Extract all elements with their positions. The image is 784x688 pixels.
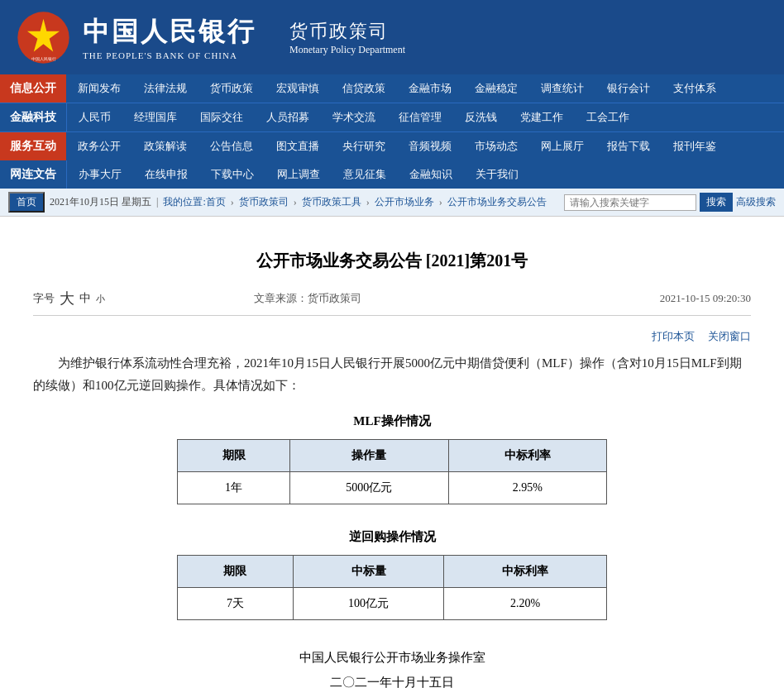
nav-jinrongsc[interactable]: 金融市场: [397, 74, 463, 103]
nav-yijian[interactable]: 意见征集: [332, 160, 398, 189]
nav-huobi[interactable]: 货币政策: [198, 74, 265, 103]
breadcrumb-current: 公开市场业务交易公告: [447, 195, 547, 209]
nav-gonghui[interactable]: 工会工作: [575, 103, 641, 131]
nav-zhengce[interactable]: 政策解读: [132, 132, 198, 160]
breadcrumb-arrow-3: ›: [366, 196, 370, 208]
nav-label-service: 金融科技: [0, 103, 67, 131]
nav-wangshang[interactable]: 网上展厅: [529, 132, 595, 160]
advanced-search-link[interactable]: 高级搜索: [736, 195, 776, 209]
repo-header-row: 期限 中标量 中标利率: [178, 556, 607, 588]
nav-renminbi[interactable]: 人民币: [67, 103, 122, 131]
dept-cn: 货币政策司: [289, 19, 405, 44]
mlf-zblr-val: 2.95%: [448, 472, 606, 504]
nav-zaixian[interactable]: 在线申报: [133, 160, 199, 189]
breadcrumb-date: 2021年10月15日 星期五: [50, 195, 151, 209]
mlf-czl-val: 5000亿元: [290, 472, 448, 504]
article-body: 为维护银行体系流动性合理充裕，2021年10月15日人民银行开展5000亿元中期…: [33, 352, 751, 397]
print-bar: 打印本页 关闭窗口: [33, 324, 751, 352]
article-source: 文章来源：货币政策司: [254, 291, 361, 306]
nav-zhengwu[interactable]: 政务公开: [66, 132, 132, 160]
nav-xueshu[interactable]: 学术交流: [321, 103, 387, 131]
nav-renyuan[interactable]: 人员招募: [255, 103, 321, 131]
nav-xiazai[interactable]: 下载中心: [199, 160, 265, 189]
nav-fanxi[interactable]: 反洗钱: [453, 103, 509, 131]
mlf-col-zblr: 中标利率: [448, 440, 606, 472]
header: 中国人民银行 中国人民银行 THE PEOPLE'S BANK OF CHINA…: [0, 0, 784, 74]
footer-date: 二〇二一年十月十五日: [33, 670, 751, 688]
font-size-ctrl: 字号 大 中 小: [33, 289, 105, 308]
nav-guoji[interactable]: 国际交往: [189, 103, 255, 131]
logo-cn-text: 中国人民银行: [83, 14, 256, 50]
logo: 中国人民银行 中国人民银行 THE PEOPLE'S BANK OF CHINA: [17, 11, 256, 64]
repo-col-zblr: 中标利率: [444, 556, 607, 588]
search-area: 搜索 高级搜索: [564, 193, 776, 212]
breadcrumb-arrow-1: ›: [231, 196, 234, 208]
home-button[interactable]: 首页: [8, 192, 45, 213]
nav-xindai[interactable]: 信贷政策: [331, 74, 397, 103]
mlf-section-title: MLF操作情况: [33, 413, 751, 429]
breadcrumb-arrow-2: ›: [294, 196, 297, 208]
nav-falv[interactable]: 法律法规: [132, 74, 198, 103]
repo-zblr-val: 2.20%: [444, 588, 607, 620]
bank-emblem-icon: 中国人民银行: [17, 11, 70, 64]
nav-shichang[interactable]: 市场动态: [463, 132, 529, 160]
font-label: 字号: [33, 291, 55, 306]
mlf-table: 期限 操作量 中标利率 1年 5000亿元 2.95%: [177, 439, 607, 504]
nav-yinhangkj[interactable]: 银行会计: [595, 74, 662, 103]
nav-tuwen[interactable]: 图文直播: [265, 132, 331, 160]
nav-jingli[interactable]: 经理国库: [122, 103, 189, 131]
breadcrumb-hbzc[interactable]: 货币政策司: [239, 195, 289, 209]
nav-gonggao[interactable]: 公告信息: [198, 132, 265, 160]
nav-guanyu[interactable]: 关于我们: [464, 160, 530, 189]
nav-label-info: 信息公开: [0, 74, 66, 103]
font-small-btn[interactable]: 小: [96, 293, 105, 305]
article-title: 公开市场业务交易公告 [2021]第201号: [33, 250, 751, 272]
nav-banshi[interactable]: 办事大厅: [67, 160, 133, 189]
nav-jinrongzs[interactable]: 金融知识: [398, 160, 464, 189]
repo-qixian-val: 7天: [178, 588, 294, 620]
nav-row2-items: 人民币 经理国库 国际交往 人员招募 学术交流 征信管理 反洗钱 党建工作 工会…: [67, 103, 784, 131]
logo-en-text: THE PEOPLE'S BANK OF CHINA: [83, 50, 256, 60]
print-link[interactable]: 打印本页: [652, 329, 695, 344]
repo-section-title: 逆回购操作情况: [33, 529, 751, 545]
nav-xinwen[interactable]: 新闻发布: [66, 74, 132, 103]
nav-zhifu[interactable]: 支付体系: [662, 74, 728, 103]
repo-col-zbl: 中标量: [293, 556, 443, 588]
breadcrumb-hbzc-tool[interactable]: 货币政策工具: [302, 195, 361, 209]
nav-wangshangdc[interactable]: 网上调查: [265, 160, 332, 189]
article-footer: 中国人民银行公开市场业务操作室 二〇二一年十月十五日: [33, 645, 751, 688]
dept-info: 货币政策司 Monetary Policy Department: [289, 19, 405, 56]
dept-en: Monetary Policy Department: [289, 44, 405, 56]
content-area: 公开市场业务交易公告 [2021]第201号 字号 大 中 小 文章来源：货币政…: [0, 217, 784, 688]
close-link[interactable]: 关闭窗口: [708, 329, 751, 344]
breadcrumb-open-mkt[interactable]: 公开市场业务: [375, 195, 434, 209]
nav-jinrongwd[interactable]: 金融稳定: [463, 74, 529, 103]
font-medium-btn[interactable]: 中: [79, 291, 91, 306]
footer-org: 中国人民银行公开市场业务操作室: [33, 645, 751, 670]
repo-zbl-val: 100亿元: [293, 588, 443, 620]
search-input[interactable]: [564, 194, 696, 211]
mlf-header-row: 期限 操作量 中标利率: [178, 440, 607, 472]
breadcrumb-sep-1: |: [156, 196, 158, 208]
nav-yanghang[interactable]: 央行研究: [331, 132, 397, 160]
nav-baogao[interactable]: 报告下载: [595, 132, 662, 160]
nav-dangjiangz[interactable]: 党建工作: [509, 103, 575, 131]
nav-row1-items: 新闻发布 法律法规 货币政策 宏观审慎 信贷政策 金融市场 金融稳定 调查统计 …: [66, 74, 784, 103]
repo-table: 期限 中标量 中标利率 7天 100亿元 2.20%: [177, 555, 607, 620]
nav-diaocha[interactable]: 调查统计: [529, 74, 595, 103]
breadcrumb-bar: 首页 2021年10月15日 星期五 | 我的位置:首页 › 货币政策司 › 货…: [0, 189, 784, 217]
nav-spacer: 网连文告: [0, 160, 67, 189]
nav-row3-items: 政务公开 政策解读 公告信息 图文直播 央行研究 音频视频 市场动态 网上展厅 …: [66, 132, 784, 160]
nav-zhengxin[interactable]: 征信管理: [387, 103, 453, 131]
nav-yinpin[interactable]: 音频视频: [397, 132, 463, 160]
font-large-btn[interactable]: 大: [60, 289, 74, 308]
search-button[interactable]: 搜索: [700, 193, 733, 212]
logo-text: 中国人民银行 THE PEOPLE'S BANK OF CHINA: [83, 14, 256, 60]
repo-col-qixian: 期限: [178, 556, 294, 588]
mlf-col-qixian: 期限: [178, 440, 290, 472]
nav-row-1: 信息公开 新闻发布 法律法规 货币政策 宏观审慎 信贷政策 金融市场 金融稳定 …: [0, 74, 784, 189]
nav-baogankn[interactable]: 报刊年鉴: [662, 132, 728, 160]
nav-label-fuwu: 服务互动: [0, 132, 66, 160]
nav-hongguan[interactable]: 宏观审慎: [265, 74, 331, 103]
breadcrumb-my-pos: 我的位置:首页: [163, 195, 225, 209]
